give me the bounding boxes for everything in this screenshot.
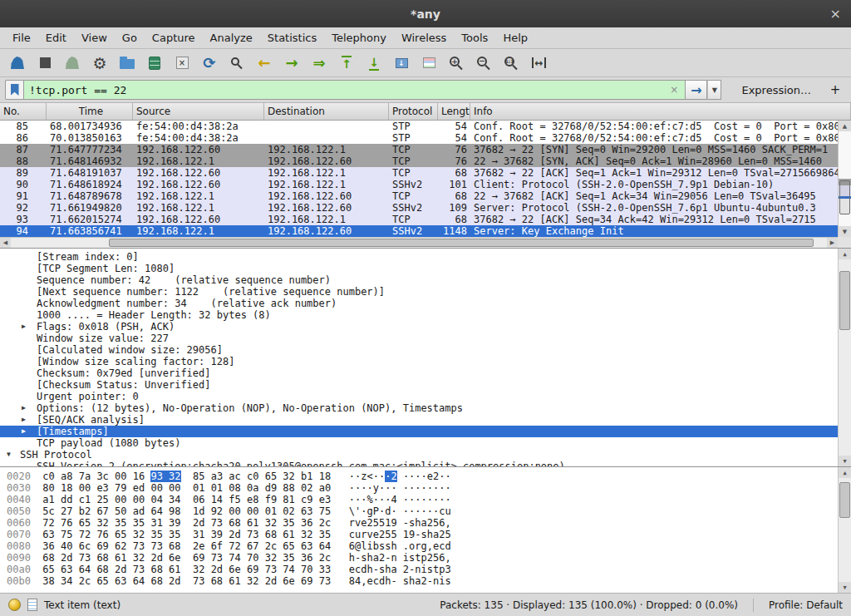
reload-button[interactable] xyxy=(197,52,222,75)
go-forward-button[interactable] xyxy=(279,52,304,75)
detail-line[interactable]: Checksum: 0x79ed [unverified] xyxy=(0,367,838,379)
profile-label[interactable]: Profile: Default xyxy=(769,599,843,611)
filter-bookmark-button[interactable] xyxy=(5,80,23,100)
packet-row-86[interactable]: 8670.013850163fe:54:00:d4:38:2aSTP54Conf… xyxy=(0,132,838,144)
menu-item-tools[interactable]: Tools xyxy=(454,27,495,48)
hex-line-0030[interactable]: 0030 80 18 00 e3 79 ed 00 00 01 01 08 0a… xyxy=(7,482,851,494)
detail-line[interactable]: ▶[Timestamps] xyxy=(0,426,838,437)
go-back-button[interactable] xyxy=(252,52,277,75)
filter-dropdown-button[interactable]: ▼ xyxy=(707,80,721,100)
menu-item-telephony[interactable]: Telephony xyxy=(324,27,394,48)
vscroll-thumb[interactable] xyxy=(839,180,850,214)
detail-line[interactable]: ▼SSH Protocol xyxy=(0,449,838,461)
filter-clear-icon[interactable]: × xyxy=(667,84,681,96)
detail-line[interactable]: TCP payload (1080 bytes) xyxy=(0,437,838,449)
scroll-up-icon[interactable]: ▲ xyxy=(839,121,851,131)
detail-line[interactable]: [Stream index: 0] xyxy=(0,251,838,263)
zoom-normal-button[interactable] xyxy=(499,52,524,75)
go-last-button[interactable] xyxy=(362,52,386,75)
column-header-length[interactable]: Length xyxy=(438,103,470,120)
scroll-down-icon[interactable]: ▼ xyxy=(839,582,851,593)
scroll-up-icon[interactable]: ▲ xyxy=(839,249,851,259)
hex-line-00a0[interactable]: 00a0 65 63 64 68 2d 73 68 61 32 2d 6e 69… xyxy=(7,564,851,575)
packet-row-94[interactable]: 9471.663856741192.168.122.1192.168.122.6… xyxy=(0,225,838,237)
column-header-info[interactable]: Info xyxy=(470,103,851,120)
expression-button[interactable]: Expression… xyxy=(733,80,819,100)
hex-line-0050[interactable]: 0050 5c 27 b2 67 50 ad 64 98 1d 92 00 00… xyxy=(7,505,851,517)
column-header-protocol[interactable]: Protocol xyxy=(389,103,438,120)
menu-item-capture[interactable]: Capture xyxy=(145,27,203,48)
hex-line-0090[interactable]: 0090 68 2d 73 68 61 32 2d 6e 69 73 74 70… xyxy=(7,552,851,564)
packet-row-87[interactable]: 8771.647777234192.168.122.60192.168.122.… xyxy=(0,144,838,155)
hex-line-0040[interactable]: 0040 a1 dd c1 25 00 00 04 34 06 14 f5 e8… xyxy=(7,494,851,505)
column-header-source[interactable]: Source xyxy=(133,103,264,120)
hex-scroll-thumb[interactable] xyxy=(839,482,850,518)
detail-line[interactable]: ▶Options: (12 bytes), No-Operation (NOP)… xyxy=(0,402,838,414)
expand-toggle-icon[interactable]: ▶ xyxy=(22,402,33,414)
menu-item-file[interactable]: File xyxy=(5,27,38,48)
detail-line[interactable]: SSH Version 2 (encryption:chacha20-poly1… xyxy=(0,461,838,466)
expand-toggle-icon[interactable]: ▶ xyxy=(22,414,33,426)
detail-line[interactable]: Acknowledgment number: 34 (relative ack … xyxy=(0,298,838,309)
menu-item-edit[interactable]: Edit xyxy=(38,27,74,48)
detail-line[interactable]: [Window size scaling factor: 128] xyxy=(0,356,838,367)
find-packet-button[interactable] xyxy=(224,52,249,75)
packet-row-92[interactable]: 9271.661949820192.168.122.1192.168.122.6… xyxy=(0,202,838,214)
menu-item-view[interactable]: View xyxy=(74,27,115,48)
column-header-no[interactable]: No. xyxy=(0,103,47,120)
scroll-down-icon[interactable]: ▼ xyxy=(839,456,851,466)
menu-item-wireless[interactable]: Wireless xyxy=(394,27,454,48)
resize-columns-button[interactable] xyxy=(526,52,551,75)
hex-line-0070[interactable]: 0070 63 75 72 76 65 32 35 35 31 39 2d 73… xyxy=(7,529,851,540)
capture-options-button[interactable] xyxy=(87,52,112,75)
go-first-button[interactable] xyxy=(334,52,359,75)
start-capture-button[interactable] xyxy=(5,52,30,75)
detail-line[interactable]: Sequence number: 42 (relative sequence n… xyxy=(0,274,838,286)
packet-row-88[interactable]: 8871.648146932192.168.122.1192.168.122.6… xyxy=(0,155,838,167)
open-file-button[interactable] xyxy=(115,52,140,75)
detail-line[interactable]: [Checksum Status: Unverified] xyxy=(0,379,838,391)
detail-line[interactable]: [TCP Segment Len: 1080] xyxy=(0,263,838,274)
menu-item-help[interactable]: Help xyxy=(495,27,535,48)
zoom-out-button[interactable] xyxy=(471,52,496,75)
scroll-up-icon[interactable]: ▲ xyxy=(839,467,851,478)
close-capture-button[interactable] xyxy=(170,52,194,75)
add-filter-button[interactable]: + xyxy=(824,80,846,100)
collapse-toggle-icon[interactable]: ▼ xyxy=(7,449,18,461)
expand-toggle-icon[interactable]: ▶ xyxy=(22,426,33,437)
expert-info-icon[interactable] xyxy=(8,599,21,611)
details-scroll-thumb[interactable] xyxy=(839,271,850,330)
zoom-in-button[interactable] xyxy=(444,52,469,75)
detail-line[interactable]: Window size value: 227 xyxy=(0,333,838,344)
go-to-packet-button[interactable] xyxy=(307,52,332,75)
detail-line[interactable]: ▶Flags: 0x018 (PSH, ACK) xyxy=(0,321,838,333)
scroll-left-icon[interactable]: ◀ xyxy=(0,238,11,248)
packet-row-90[interactable]: 9071.648618924192.168.122.60192.168.122.… xyxy=(0,179,838,190)
stop-capture-button[interactable] xyxy=(32,52,57,75)
packet-row-93[interactable]: 9371.662015274192.168.122.60192.168.122.… xyxy=(0,214,838,225)
auto-scroll-button[interactable] xyxy=(389,52,414,75)
close-window-button[interactable]: × xyxy=(830,0,841,27)
scroll-right-icon[interactable]: ▶ xyxy=(827,238,838,248)
menu-item-analyze[interactable]: Analyze xyxy=(203,27,260,48)
filter-apply-button[interactable]: → xyxy=(686,80,707,100)
detail-line[interactable]: Urgent pointer: 0 xyxy=(0,391,838,402)
scroll-down-icon[interactable]: ▼ xyxy=(839,226,851,237)
detail-line[interactable]: [Next sequence number: 1122 (relative se… xyxy=(0,286,838,298)
hex-line-0080[interactable]: 0080 36 40 6c 69 62 73 73 68 2e 6f 72 67… xyxy=(7,540,851,552)
packet-row-91[interactable]: 9171.648789678192.168.122.1192.168.122.6… xyxy=(0,190,838,202)
hscroll-thumb[interactable] xyxy=(109,239,814,247)
hex-line-00b0[interactable]: 00b0 38 34 2c 65 63 64 68 2d 73 68 61 32… xyxy=(7,575,851,587)
filter-input[interactable] xyxy=(29,84,667,96)
save-file-button[interactable] xyxy=(142,52,167,75)
detail-line[interactable]: 1000 .... = Header Length: 32 bytes (8) xyxy=(0,309,838,321)
restart-capture-button[interactable] xyxy=(60,52,85,75)
packet-row-85[interactable]: 8568.001734936fe:54:00:d4:38:2aSTP54Conf… xyxy=(0,121,838,132)
hex-line-0060[interactable]: 0060 72 76 65 32 35 35 31 39 2d 73 68 61… xyxy=(7,517,851,529)
column-header-destination[interactable]: Destination xyxy=(264,103,389,120)
menu-item-statistics[interactable]: Statistics xyxy=(260,27,324,48)
colorize-button[interactable] xyxy=(416,52,441,75)
menu-item-go[interactable]: Go xyxy=(115,27,145,48)
hex-line-0020[interactable]: 0020 c0 a8 7a 3c 00 16 93 32 85 a3 ac c0… xyxy=(7,471,851,482)
detail-line[interactable]: [Calculated window size: 29056] xyxy=(0,344,838,356)
